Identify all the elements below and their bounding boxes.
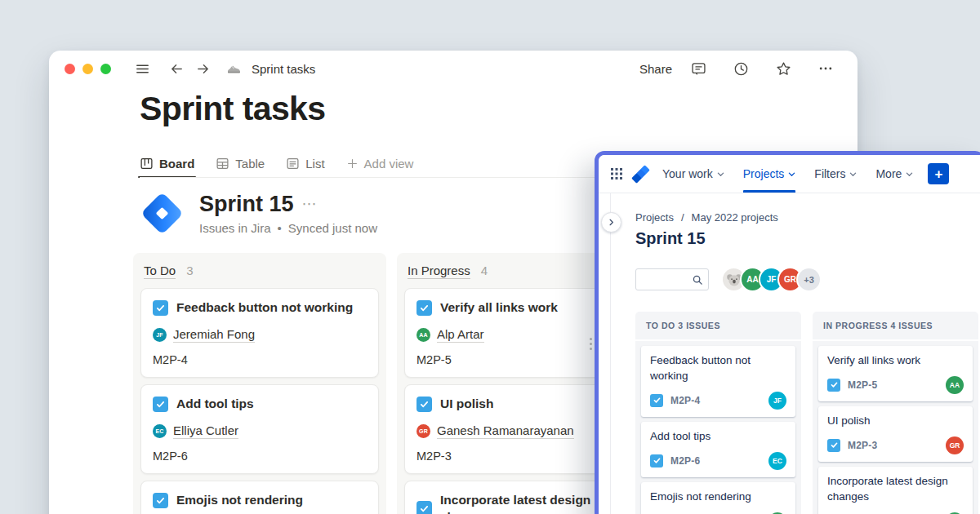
assignee-name[interactable]: Alp Artar bbox=[437, 327, 484, 343]
jira-column-inprogress: IN PROGRESS 4 ISSUES Verify all links wo… bbox=[813, 312, 978, 514]
board-card[interactable]: Add tool tips EC Elliya Cutler M2P-6 bbox=[140, 384, 379, 474]
column-drag-handle[interactable] bbox=[590, 338, 592, 350]
jira-page-title: Sprint 15 bbox=[635, 229, 980, 248]
task-checkbox-icon[interactable] bbox=[153, 493, 168, 508]
issue-card[interactable]: Emojis not rendering M2P-1 AA bbox=[641, 482, 795, 514]
sidebar-toggle-hamburger-icon[interactable] bbox=[132, 59, 152, 78]
forward-arrow-icon[interactable] bbox=[193, 59, 212, 78]
issue-key: M2P-6 bbox=[670, 455, 700, 467]
card-title: Emojis not rendering bbox=[176, 492, 303, 509]
tab-board[interactable]: Board bbox=[140, 150, 194, 177]
issue-key: M2P-6 bbox=[153, 450, 367, 463]
nav-your-work[interactable]: Your work bbox=[662, 155, 724, 193]
issue-card[interactable]: Verify all links work M2P-5 AA bbox=[818, 346, 973, 401]
add-view-button[interactable]: Add view bbox=[346, 150, 414, 177]
tab-list[interactable]: List bbox=[286, 150, 324, 177]
assignee-name[interactable]: Ganesh Ramanarayanan bbox=[437, 423, 574, 439]
card-title: Feedback button not working bbox=[176, 299, 353, 317]
comment-icon[interactable] bbox=[688, 59, 708, 78]
task-type-icon bbox=[827, 439, 840, 452]
issue-title: Emojis not rendering bbox=[650, 490, 786, 505]
zoom-window-button[interactable] bbox=[100, 64, 111, 74]
issue-key: M2P-4 bbox=[153, 353, 367, 366]
jira-sprint-icon bbox=[138, 189, 185, 237]
board-card[interactable]: Emojis not rendering AA Alp Artar bbox=[140, 481, 379, 514]
issue-title: UI polish bbox=[827, 414, 964, 429]
task-checkbox-icon[interactable] bbox=[416, 300, 432, 316]
nav-more[interactable]: More bbox=[875, 155, 913, 193]
assignee-avatar[interactable]: EC bbox=[768, 452, 786, 470]
chevron-down-icon bbox=[788, 171, 795, 178]
issue-title: Add tool tips bbox=[650, 429, 786, 445]
issue-card[interactable]: Incorporate latest design changes M2P-2 … bbox=[818, 467, 973, 514]
assignee-name[interactable]: Elliya Cutler bbox=[173, 423, 238, 439]
column-header: IN PROGRESS 4 ISSUES bbox=[813, 312, 978, 339]
assignee-avatar[interactable]: AA bbox=[946, 376, 964, 394]
nav-projects[interactable]: Projects bbox=[743, 155, 796, 193]
screenshot-stage: Sprint tasks Share bbox=[0, 0, 980, 514]
assignee-avatar[interactable]: JF bbox=[768, 392, 786, 410]
task-checkbox-icon[interactable] bbox=[153, 300, 168, 316]
breadcrumb-doc-title[interactable]: Sprint tasks bbox=[252, 62, 315, 76]
sidebar-expand-button[interactable] bbox=[601, 212, 621, 233]
breadcrumb-projects[interactable]: Projects bbox=[635, 211, 674, 224]
chevron-down-icon bbox=[717, 171, 724, 178]
issue-key: M2P-5 bbox=[848, 379, 877, 391]
breadcrumb: Projects / May 2022 projects bbox=[635, 211, 980, 224]
column-count: 3 bbox=[186, 264, 193, 277]
assignee-avatar[interactable]: GR bbox=[946, 436, 964, 454]
issue-card[interactable]: Add tool tips M2P-6 EC bbox=[641, 422, 795, 477]
assignee-name[interactable]: Jeremiah Fong bbox=[173, 327, 255, 343]
search-icon bbox=[693, 275, 702, 285]
back-arrow-icon[interactable] bbox=[167, 59, 186, 78]
assignee-avatar: GR bbox=[416, 424, 430, 438]
jira-window: Your work Projects Filters More + bbox=[595, 151, 980, 514]
sprint-options-button[interactable]: ⋯ bbox=[302, 195, 318, 213]
board-card[interactable]: Feedback button not working JF Jeremiah … bbox=[140, 288, 379, 378]
task-checkbox-icon[interactable] bbox=[153, 397, 168, 412]
history-clock-icon[interactable] bbox=[731, 59, 751, 78]
assignee-avatar: AA bbox=[416, 328, 430, 342]
close-window-button[interactable] bbox=[65, 64, 75, 74]
board-column-todo: To Do 3 Feedback button not working JF J… bbox=[133, 253, 386, 514]
assignee-avatar: JF bbox=[153, 328, 167, 342]
chevron-down-icon bbox=[906, 171, 913, 178]
card-title: Add tool tips bbox=[176, 396, 254, 413]
issue-card[interactable]: UI polish M2P-3 GR bbox=[818, 406, 973, 462]
card-title: Verify all links work bbox=[440, 299, 558, 317]
assignee-avatar: EC bbox=[153, 424, 167, 438]
column-title[interactable]: In Progress bbox=[408, 264, 470, 279]
board-search[interactable] bbox=[635, 268, 709, 290]
nav-filters[interactable]: Filters bbox=[814, 155, 857, 193]
window-controls bbox=[65, 64, 111, 74]
issue-key: M2P-4 bbox=[670, 395, 700, 406]
star-icon[interactable] bbox=[773, 59, 793, 78]
share-button[interactable]: Share bbox=[639, 62, 672, 76]
sprint-meta: Issues in Jira • Synced just now bbox=[199, 221, 377, 235]
page-title: Sprint tasks bbox=[140, 90, 326, 128]
task-checkbox-icon[interactable] bbox=[416, 397, 432, 412]
avatar-overflow-badge[interactable]: +3 bbox=[798, 268, 820, 290]
jira-board: TO DO 3 ISSUES Feedback button not worki… bbox=[635, 312, 980, 514]
minimize-window-button[interactable] bbox=[82, 64, 93, 74]
card-title: UI polish bbox=[440, 396, 493, 413]
create-button[interactable]: + bbox=[928, 163, 949, 184]
task-checkbox-icon[interactable] bbox=[416, 501, 432, 514]
sneaker-emoji-icon bbox=[224, 59, 243, 78]
jira-logo-icon[interactable] bbox=[632, 166, 648, 182]
task-type-icon bbox=[827, 379, 840, 392]
task-type-icon bbox=[650, 454, 663, 467]
breadcrumb-project-name[interactable]: May 2022 projects bbox=[692, 211, 778, 224]
jira-column-todo: TO DO 3 ISSUES Feedback button not worki… bbox=[635, 312, 801, 514]
issue-title: Verify all links work bbox=[827, 353, 964, 369]
app-switcher-grid-icon[interactable] bbox=[611, 168, 622, 179]
issue-key: M2P-3 bbox=[848, 440, 877, 451]
column-header: TO DO 3 ISSUES bbox=[635, 312, 801, 339]
column-title[interactable]: To Do bbox=[144, 264, 176, 279]
tab-table[interactable]: Table bbox=[216, 150, 265, 177]
issue-card[interactable]: Feedback button not working M2P-4 JF bbox=[641, 346, 795, 417]
sprint-title: Sprint 15 bbox=[199, 192, 294, 217]
chevron-down-icon bbox=[849, 171, 857, 178]
issue-title: Feedback button not working bbox=[650, 353, 786, 384]
ellipsis-icon[interactable] bbox=[816, 59, 835, 78]
